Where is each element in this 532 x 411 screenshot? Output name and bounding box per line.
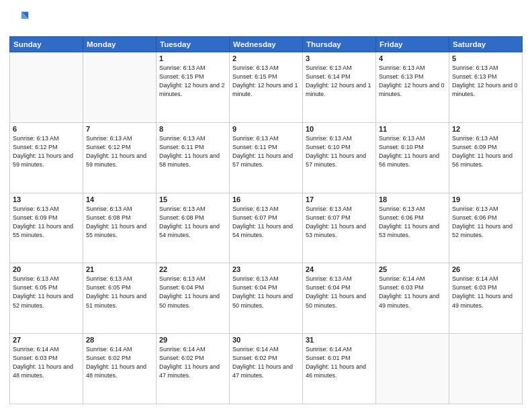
calendar-cell: 3Sunrise: 6:13 AM Sunset: 6:14 PM Daylig… xyxy=(303,52,376,123)
day-number: 29 xyxy=(159,336,226,344)
day-info: Sunrise: 6:14 AM Sunset: 6:02 PM Dayligh… xyxy=(232,345,300,380)
calendar-cell: 1Sunrise: 6:13 AM Sunset: 6:15 PM Daylig… xyxy=(157,52,230,123)
day-number: 1 xyxy=(159,54,226,62)
logo xyxy=(9,9,30,31)
day-number: 17 xyxy=(306,195,373,203)
day-info: Sunrise: 6:14 AM Sunset: 6:03 PM Dayligh… xyxy=(452,275,519,310)
day-info: Sunrise: 6:13 AM Sunset: 6:06 PM Dayligh… xyxy=(379,205,446,240)
day-info: Sunrise: 6:14 AM Sunset: 6:01 PM Dayligh… xyxy=(306,345,373,380)
day-info: Sunrise: 6:13 AM Sunset: 6:14 PM Dayligh… xyxy=(306,64,373,99)
calendar-cell: 5Sunrise: 6:13 AM Sunset: 6:13 PM Daylig… xyxy=(449,52,523,123)
calendar-cell: 11Sunrise: 6:13 AM Sunset: 6:10 PM Dayli… xyxy=(376,122,449,193)
calendar-cell: 20Sunrise: 6:13 AM Sunset: 6:05 PM Dayli… xyxy=(10,263,83,334)
day-number: 27 xyxy=(13,336,80,344)
day-info: Sunrise: 6:13 AM Sunset: 6:15 PM Dayligh… xyxy=(159,64,226,99)
day-number: 15 xyxy=(159,195,226,203)
calendar-cell: 29Sunrise: 6:14 AM Sunset: 6:02 PM Dayli… xyxy=(157,334,230,404)
calendar-cell: 6Sunrise: 6:13 AM Sunset: 6:12 PM Daylig… xyxy=(10,122,83,193)
day-info: Sunrise: 6:13 AM Sunset: 6:08 PM Dayligh… xyxy=(86,205,153,240)
calendar-cell: 7Sunrise: 6:13 AM Sunset: 6:12 PM Daylig… xyxy=(83,122,157,193)
week-row-1: 1Sunrise: 6:13 AM Sunset: 6:15 PM Daylig… xyxy=(10,52,523,123)
day-info: Sunrise: 6:13 AM Sunset: 6:04 PM Dayligh… xyxy=(232,275,300,310)
week-row-2: 6Sunrise: 6:13 AM Sunset: 6:12 PM Daylig… xyxy=(10,122,523,193)
day-info: Sunrise: 6:14 AM Sunset: 6:03 PM Dayligh… xyxy=(13,345,80,380)
calendar-table: SundayMondayTuesdayWednesdayThursdayFrid… xyxy=(9,36,523,404)
week-row-4: 20Sunrise: 6:13 AM Sunset: 6:05 PM Dayli… xyxy=(10,263,523,334)
day-info: Sunrise: 6:14 AM Sunset: 6:02 PM Dayligh… xyxy=(159,345,226,380)
calendar-cell xyxy=(83,52,157,123)
day-info: Sunrise: 6:14 AM Sunset: 6:03 PM Dayligh… xyxy=(379,275,446,310)
day-info: Sunrise: 6:13 AM Sunset: 6:10 PM Dayligh… xyxy=(306,134,373,169)
day-number: 4 xyxy=(379,54,446,62)
calendar-cell: 27Sunrise: 6:14 AM Sunset: 6:03 PM Dayli… xyxy=(10,334,83,404)
day-number: 28 xyxy=(86,336,153,344)
calendar-cell xyxy=(449,334,523,404)
calendar-cell: 18Sunrise: 6:13 AM Sunset: 6:06 PM Dayli… xyxy=(376,193,449,263)
weekday-header-row: SundayMondayTuesdayWednesdayThursdayFrid… xyxy=(10,37,523,52)
day-info: Sunrise: 6:13 AM Sunset: 6:07 PM Dayligh… xyxy=(306,205,373,240)
day-info: Sunrise: 6:13 AM Sunset: 6:04 PM Dayligh… xyxy=(306,275,373,310)
day-number: 23 xyxy=(232,265,300,273)
calendar-cell: 23Sunrise: 6:13 AM Sunset: 6:04 PM Dayli… xyxy=(230,263,303,334)
day-info: Sunrise: 6:13 AM Sunset: 6:09 PM Dayligh… xyxy=(452,134,519,169)
calendar-cell: 15Sunrise: 6:13 AM Sunset: 6:08 PM Dayli… xyxy=(157,193,230,263)
day-number: 25 xyxy=(379,265,446,273)
day-info: Sunrise: 6:13 AM Sunset: 6:15 PM Dayligh… xyxy=(232,64,300,99)
day-info: Sunrise: 6:13 AM Sunset: 6:11 PM Dayligh… xyxy=(232,134,300,169)
week-row-5: 27Sunrise: 6:14 AM Sunset: 6:03 PM Dayli… xyxy=(10,334,523,404)
day-number: 14 xyxy=(86,195,153,203)
calendar-cell xyxy=(376,334,449,404)
weekday-header-friday: Friday xyxy=(376,37,449,52)
day-info: Sunrise: 6:13 AM Sunset: 6:13 PM Dayligh… xyxy=(379,64,446,99)
day-info: Sunrise: 6:13 AM Sunset: 6:09 PM Dayligh… xyxy=(13,205,80,240)
day-number: 6 xyxy=(13,125,80,133)
day-number: 8 xyxy=(159,125,226,133)
day-number: 7 xyxy=(86,125,153,133)
calendar-cell: 26Sunrise: 6:14 AM Sunset: 6:03 PM Dayli… xyxy=(449,263,523,334)
day-number: 5 xyxy=(452,54,519,62)
week-row-3: 13Sunrise: 6:13 AM Sunset: 6:09 PM Dayli… xyxy=(10,193,523,263)
calendar-cell: 4Sunrise: 6:13 AM Sunset: 6:13 PM Daylig… xyxy=(376,52,449,123)
calendar-cell: 16Sunrise: 6:13 AM Sunset: 6:07 PM Dayli… xyxy=(230,193,303,263)
calendar-cell: 17Sunrise: 6:13 AM Sunset: 6:07 PM Dayli… xyxy=(303,193,376,263)
weekday-header-saturday: Saturday xyxy=(449,37,523,52)
day-number: 10 xyxy=(306,125,373,133)
day-number: 21 xyxy=(86,265,153,273)
day-info: Sunrise: 6:13 AM Sunset: 6:05 PM Dayligh… xyxy=(13,275,80,310)
day-info: Sunrise: 6:13 AM Sunset: 6:10 PM Dayligh… xyxy=(379,134,446,169)
day-number: 24 xyxy=(306,265,373,273)
day-number: 11 xyxy=(379,125,446,133)
day-info: Sunrise: 6:13 AM Sunset: 6:12 PM Dayligh… xyxy=(86,134,153,169)
day-number: 20 xyxy=(13,265,80,273)
calendar-cell: 25Sunrise: 6:14 AM Sunset: 6:03 PM Dayli… xyxy=(376,263,449,334)
day-number: 3 xyxy=(306,54,373,62)
day-info: Sunrise: 6:14 AM Sunset: 6:02 PM Dayligh… xyxy=(86,345,153,380)
weekday-header-wednesday: Wednesday xyxy=(230,37,303,52)
day-number: 2 xyxy=(232,54,300,62)
day-info: Sunrise: 6:13 AM Sunset: 6:08 PM Dayligh… xyxy=(159,205,226,240)
day-number: 19 xyxy=(452,195,519,203)
day-number: 18 xyxy=(379,195,446,203)
calendar-cell: 24Sunrise: 6:13 AM Sunset: 6:04 PM Dayli… xyxy=(303,263,376,334)
day-number: 9 xyxy=(232,125,300,133)
day-number: 26 xyxy=(452,265,519,273)
day-info: Sunrise: 6:13 AM Sunset: 6:13 PM Dayligh… xyxy=(452,64,519,99)
day-number: 13 xyxy=(13,195,80,203)
day-info: Sunrise: 6:13 AM Sunset: 6:04 PM Dayligh… xyxy=(159,275,226,310)
day-info: Sunrise: 6:13 AM Sunset: 6:07 PM Dayligh… xyxy=(232,205,300,240)
day-number: 12 xyxy=(452,125,519,133)
calendar-cell: 13Sunrise: 6:13 AM Sunset: 6:09 PM Dayli… xyxy=(10,193,83,263)
calendar-cell: 8Sunrise: 6:13 AM Sunset: 6:11 PM Daylig… xyxy=(157,122,230,193)
calendar-cell: 19Sunrise: 6:13 AM Sunset: 6:06 PM Dayli… xyxy=(449,193,523,263)
calendar-cell: 28Sunrise: 6:14 AM Sunset: 6:02 PM Dayli… xyxy=(83,334,157,404)
calendar-cell: 14Sunrise: 6:13 AM Sunset: 6:08 PM Dayli… xyxy=(83,193,157,263)
logo-icon xyxy=(11,9,30,28)
calendar-cell: 31Sunrise: 6:14 AM Sunset: 6:01 PM Dayli… xyxy=(303,334,376,404)
page: SundayMondayTuesdayWednesdayThursdayFrid… xyxy=(0,0,532,411)
weekday-header-tuesday: Tuesday xyxy=(157,37,230,52)
day-number: 22 xyxy=(159,265,226,273)
calendar-cell: 9Sunrise: 6:13 AM Sunset: 6:11 PM Daylig… xyxy=(230,122,303,193)
header xyxy=(9,7,523,31)
day-number: 16 xyxy=(232,195,300,203)
day-number: 31 xyxy=(306,336,373,344)
